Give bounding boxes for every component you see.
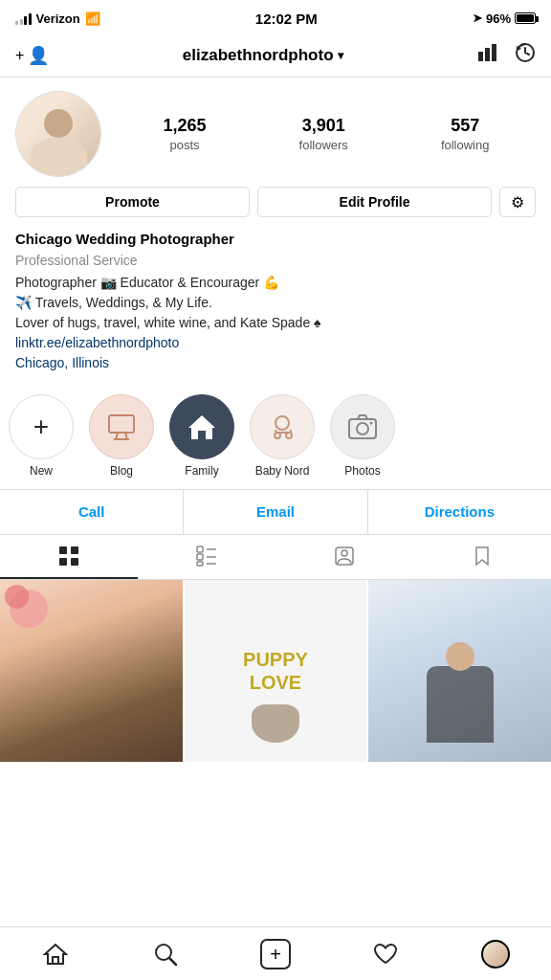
svg-rect-18 [71,546,78,554]
bio-link[interactable]: linktr.ee/elizabethnordphoto [15,333,536,353]
wifi-icon: 📶 [85,11,100,26]
person-icon: 👤 [28,45,49,66]
highlight-new[interactable]: + New [8,394,75,478]
stroller-icon [266,411,298,443]
svg-rect-5 [109,415,134,433]
clock: 12:02 PM [255,11,318,27]
history-icon [515,42,536,63]
bio-line1: Photographer 📷 Educator & Encourager 💪 [15,273,536,293]
followers-label: followers [299,138,348,152]
svg-rect-19 [59,558,67,566]
camera-icon [346,411,379,443]
highlight-blog-label: Blog [110,464,133,478]
settings-button[interactable]: ⚙ [499,187,536,217]
highlight-family[interactable]: Family [168,394,235,478]
bio-name: Chicago Wedding Photographer [15,229,536,251]
bio-line2: ✈️ Travels, Weddings, & My Life. [15,293,536,313]
svg-point-16 [370,421,373,424]
profile-nav-avatar [481,940,510,969]
edit-profile-button[interactable]: Edit Profile [257,187,492,217]
profile-photo [16,92,100,176]
tab-saved[interactable] [413,535,551,579]
svg-line-31 [169,958,176,965]
photo-cell[interactable] [0,580,183,763]
highlight-photos-label: Photos [344,464,380,478]
bio-location: Chicago, Illinois [15,353,536,373]
svg-rect-0 [478,52,483,61]
highlight-blog-circle [89,394,154,459]
search-nav-icon [153,942,178,967]
email-button[interactable]: Email [184,490,367,534]
tab-grid[interactable] [0,535,138,579]
history-button[interactable] [515,42,536,69]
photo-cell[interactable]: PUPPYLOVE [185,580,367,763]
svg-point-11 [276,416,289,430]
contact-row: Call Email Directions [0,490,551,535]
highlight-family-label: Family [185,464,218,478]
search-nav-button[interactable] [142,933,189,975]
username-label: elizabethnordphoto [183,46,334,65]
signal-icon [15,11,32,25]
svg-rect-21 [197,546,203,552]
call-button[interactable]: Call [0,490,184,534]
bio-section: Chicago Wedding Photographer Professiona… [0,229,551,387]
add-user-button[interactable]: + 👤 [15,45,49,66]
create-nav-button[interactable]: + [252,933,299,975]
profile-nav-button[interactable] [472,933,519,975]
following-label: following [441,138,490,152]
bio-category: Professional Service [15,251,536,271]
posts-stat[interactable]: 1,265 posts [164,116,207,153]
grid-icon [58,546,79,567]
photo-grid: PUPPYLOVE [0,580,551,763]
highlight-family-circle [169,394,234,459]
highlights-section: + New Blog Family [0,387,551,490]
avatar[interactable] [15,91,101,177]
list-icon [196,546,217,567]
followers-count: 3,901 [299,116,348,136]
top-nav: + 👤 elizabethnordphoto ▾ [0,34,551,78]
directions-button[interactable]: Directions [368,490,551,534]
svg-line-7 [125,433,127,439]
home-nav-icon [43,942,68,967]
battery-icon [515,12,536,24]
battery-percent: 96% [486,11,511,26]
stats-row: 1,265 posts 3,901 followers 557 followin… [117,116,536,153]
highlight-photos[interactable]: Photos [329,394,396,478]
username-display[interactable]: elizabethnordphoto ▾ [183,46,343,65]
location-icon: ➤ [473,11,482,25]
status-left: Verizon 📶 [15,11,100,26]
create-plus-icon: + [260,939,291,969]
highlight-baby[interactable]: Baby Nord [249,394,316,478]
activity-nav-button[interactable] [362,933,409,975]
plus-icon: + [33,412,49,442]
analytics-button[interactable] [476,42,497,69]
highlight-photos-circle [330,394,395,459]
photo-overlay-text: PUPPYLOVE [243,648,308,694]
carrier-label: Verizon [36,11,80,26]
tab-tagged[interactable] [276,535,413,579]
svg-rect-22 [197,554,203,560]
photo-cell[interactable] [368,580,551,763]
tab-list[interactable] [138,535,276,579]
highlight-new-label: New [30,464,53,478]
chevron-down-icon: ▾ [338,49,343,62]
posts-label: posts [169,138,199,152]
bio-line3: Lover of hugs, travel, white wine, and K… [15,313,536,333]
promote-button[interactable]: Promote [15,187,250,217]
svg-rect-1 [485,48,490,61]
home-nav-button[interactable] [32,933,79,975]
highlight-baby-label: Baby Nord [255,464,310,478]
svg-rect-10 [198,431,206,439]
highlight-blog[interactable]: Blog [88,394,155,478]
svg-rect-20 [71,558,78,566]
profile-header: 1,265 posts 3,901 followers 557 followin… [0,78,551,187]
highlight-new-circle: + [9,394,74,459]
svg-line-6 [116,433,118,439]
svg-point-15 [357,423,368,434]
bookmark-icon [472,546,493,567]
followers-stat[interactable]: 3,901 followers [299,116,348,153]
highlight-baby-circle [250,394,315,459]
svg-point-28 [342,550,347,556]
heart-nav-icon [373,942,398,967]
following-stat[interactable]: 557 following [441,116,490,153]
